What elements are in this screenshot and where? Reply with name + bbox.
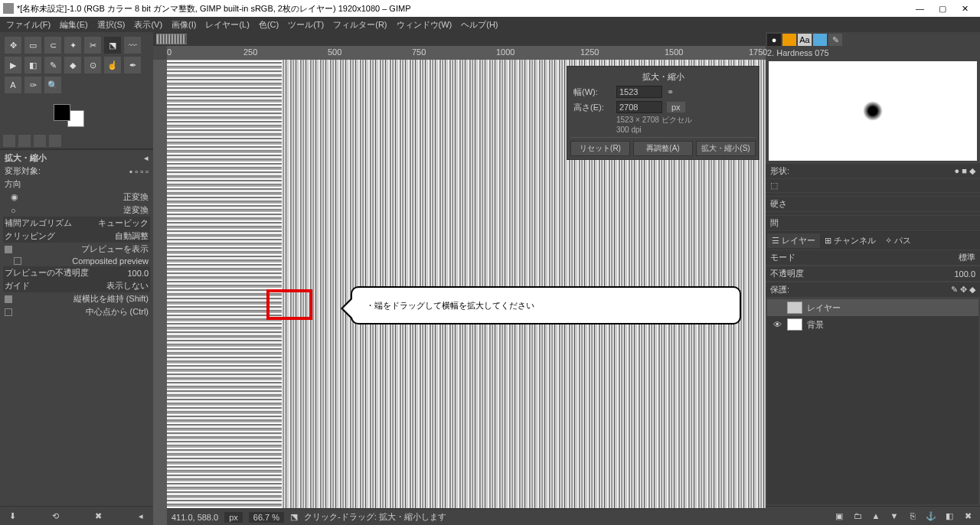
keep-aspect-check[interactable] — [5, 295, 12, 303]
tool-preset-tab-icon[interactable]: ✎ — [828, 34, 842, 46]
undo-tab-icon[interactable] — [34, 135, 46, 147]
minimize-button[interactable]: — — [916, 4, 925, 13]
readjust-button[interactable]: 再調整(A) — [633, 141, 693, 156]
reset-button[interactable]: リセット(R) — [570, 141, 630, 156]
warp-tool[interactable]: 〰 — [124, 37, 141, 54]
menu-select[interactable]: 選択(S) — [94, 18, 129, 32]
bucket-tool[interactable]: ▶ — [5, 57, 21, 73]
app-icon — [3, 3, 14, 14]
toolbox: ✥ ▭ ⊂ ✦ ✂ ⬔ 〰 ▶ ◧ ✎ ◆ ⊙ ☝ ✒ A ✑ 🔍 — [0, 32, 153, 98]
status-hint: クリック-ドラッグ: 拡大・縮小します — [304, 511, 446, 523]
image-tab[interactable] — [156, 34, 187, 44]
menu-image[interactable]: 画像(I) — [168, 18, 199, 32]
menu-edit[interactable]: 編集(E) — [57, 18, 91, 32]
merge-layer-icon[interactable]: ⚓ — [925, 510, 937, 522]
eraser-tool[interactable]: ◆ — [64, 57, 81, 73]
unit-select[interactable]: px — [667, 102, 685, 112]
layer-opacity-label: 不透明度 — [770, 268, 954, 279]
gradient-tool[interactable]: ◧ — [24, 57, 41, 73]
clone-tool[interactable]: ⊙ — [84, 57, 101, 73]
visibility-icon[interactable]: 👁 — [772, 320, 782, 329]
height-input[interactable] — [616, 101, 662, 113]
text-tool[interactable]: A — [5, 77, 21, 93]
menu-color[interactable]: 色(C) — [256, 18, 282, 32]
blend-mode-value[interactable]: 標準 — [959, 252, 975, 263]
path-tool[interactable]: ✒ — [124, 57, 141, 73]
spacing-label: 間 — [770, 217, 975, 229]
move-tool[interactable]: ✥ — [5, 37, 21, 54]
close-button[interactable]: ✕ — [962, 4, 971, 13]
forward-option[interactable]: 正変換 — [123, 191, 149, 203]
layer-item[interactable]: レイヤー — [767, 299, 978, 316]
zoom-tool[interactable]: 🔍 — [44, 77, 61, 93]
fg-color[interactable] — [54, 104, 70, 121]
history-tab-icon[interactable] — [18, 135, 31, 147]
images-tab-icon[interactable] — [49, 135, 61, 147]
tab-paths[interactable]: ✧パス — [880, 233, 916, 248]
layer-item[interactable]: 👁 背景 — [767, 316, 978, 333]
from-center-label: 中心点から (Ctrl) — [86, 306, 149, 318]
interpolation-value[interactable]: キュービック — [98, 217, 149, 229]
color-picker-tool[interactable]: ✑ — [24, 77, 41, 93]
brushes-tab-icon[interactable]: ● — [767, 34, 781, 46]
menu-tools[interactable]: ツール(T) — [285, 18, 327, 32]
lower-layer-icon[interactable]: ▼ — [888, 510, 900, 522]
fuzzy-select-tool[interactable]: ✦ — [64, 37, 81, 54]
mask-layer-icon[interactable]: ◧ — [943, 510, 956, 522]
pencil-tool[interactable]: ✎ — [44, 57, 61, 73]
fonts-tab-icon[interactable]: Aa — [798, 34, 812, 46]
backward-option[interactable]: 逆変換 — [123, 204, 149, 216]
layer-name: レイヤー — [807, 302, 841, 314]
unit-display[interactable]: px — [224, 512, 243, 523]
link-icon[interactable]: ⚭ — [667, 87, 674, 97]
scale-dialog[interactable]: 拡大・縮小 幅(W): ⚭ 高さ(E): px 1523 × 2708 ピクセル… — [567, 66, 760, 160]
annotation-speech-bubble: ・端をドラッグして横幅を拡大してください — [351, 286, 741, 324]
layer-opacity-value[interactable]: 100.0 — [954, 269, 975, 279]
menu-help[interactable]: ヘルプ(H) — [458, 18, 501, 32]
menu-view[interactable]: 表示(V) — [131, 18, 165, 32]
show-preview-check[interactable] — [5, 246, 12, 253]
radius-slider[interactable]: ⬚ — [770, 181, 975, 191]
delete-layer-icon[interactable]: ✖ — [962, 510, 974, 522]
guides-value[interactable]: 表示しない — [106, 280, 149, 292]
keep-aspect-label: 縦横比を維持 (Shift) — [74, 293, 149, 305]
color-selector[interactable] — [54, 104, 84, 127]
restore-options-icon[interactable]: ⟲ — [49, 510, 61, 522]
smudge-tool[interactable]: ☝ — [104, 57, 121, 73]
zoom-display[interactable]: 66.7 % — [249, 512, 284, 523]
reset-options-icon[interactable]: ◂ — [135, 510, 147, 522]
free-select-tool[interactable]: ⊂ — [44, 37, 61, 54]
options-menu-icon[interactable]: ◂ — [144, 153, 149, 163]
menu-layer[interactable]: レイヤー(L) — [202, 18, 252, 32]
patterns-tab-icon[interactable] — [782, 34, 796, 46]
brush-preview[interactable] — [769, 61, 977, 161]
new-layer-icon[interactable]: ▣ — [833, 510, 845, 522]
canvas[interactable]: 拡大・縮小 幅(W): ⚭ 高さ(E): px 1523 × 2708 ピクセル… — [167, 60, 766, 525]
rect-select-tool[interactable]: ▭ — [24, 37, 41, 54]
clipping-value[interactable]: 自動調整 — [115, 230, 149, 242]
tab-layers[interactable]: ☰レイヤー — [767, 233, 820, 248]
hardness-label: 硬さ — [770, 198, 975, 210]
menu-file[interactable]: ファイル(F) — [3, 18, 54, 32]
menu-windows[interactable]: ウィンドウ(W) — [394, 18, 456, 32]
composited-check[interactable] — [14, 257, 21, 265]
duplicate-layer-icon[interactable]: ⎘ — [906, 510, 919, 522]
from-center-check[interactable] — [5, 308, 12, 316]
width-input[interactable] — [616, 86, 662, 98]
preview-opacity-value[interactable]: 100.0 — [127, 269, 149, 278]
history-tab-icon[interactable] — [813, 34, 827, 46]
layer-thumbnail — [787, 318, 802, 331]
scale-button[interactable]: 拡大・縮小(S) — [696, 141, 756, 156]
menu-filters[interactable]: フィルター(R) — [330, 18, 390, 32]
transform-tool[interactable]: ⬔ — [104, 37, 121, 54]
raise-layer-icon[interactable]: ▲ — [870, 510, 882, 522]
tab-channels[interactable]: ⊞チャンネル — [820, 233, 880, 248]
direction-label: 方向 — [5, 178, 21, 190]
crop-tool[interactable]: ✂ — [84, 37, 101, 54]
tool-opts-tab-icon[interactable] — [3, 135, 15, 147]
horizontal-ruler: 0 250 500 750 1000 1250 1500 1750 — [167, 46, 766, 60]
save-options-icon[interactable]: ⬇ — [6, 510, 18, 522]
new-group-icon[interactable]: 🗀 — [851, 510, 864, 522]
delete-options-icon[interactable]: ✖ — [92, 510, 104, 522]
maximize-button[interactable]: ▢ — [939, 4, 948, 13]
